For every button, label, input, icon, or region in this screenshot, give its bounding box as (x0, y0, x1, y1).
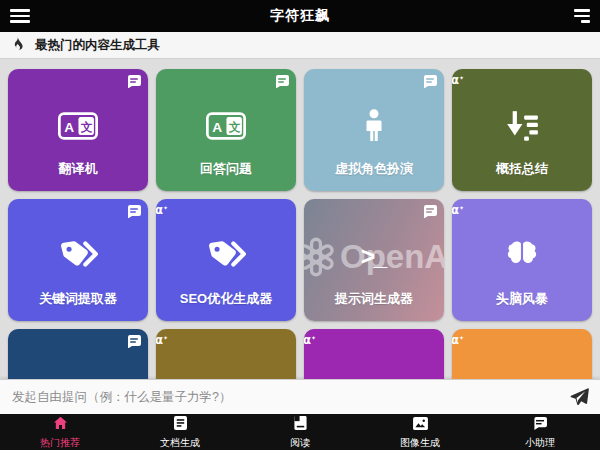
flame-icon (10, 36, 25, 55)
tool-card-label: 概括总结 (452, 160, 592, 178)
svg-text:文: 文 (229, 120, 241, 134)
tab-label: 文档生成 (160, 436, 200, 450)
person-icon (304, 103, 444, 149)
tab-label: 热门推荐 (40, 436, 80, 450)
tool-card-label: 头脑风暴 (452, 290, 592, 308)
tool-card-answer-questions[interactable]: A文 回答问题 (156, 69, 296, 191)
hamburger-menu-icon[interactable] (10, 9, 30, 23)
tool-card-label: 翻译机 (8, 160, 148, 178)
book-icon (294, 416, 307, 434)
app-window: 字符狂飙 最热门的内容生成工具 A文 翻译机 (0, 0, 600, 450)
tool-card-label: 关键词提取器 (8, 290, 148, 308)
tab-reading[interactable]: 阅读 (240, 414, 360, 450)
tab-label: 小助理 (525, 436, 555, 450)
tool-card-partial[interactable]: α✦ (156, 329, 296, 379)
tags-icon (156, 233, 296, 279)
svg-text:A: A (64, 120, 74, 135)
alpha-badge-icon: α✦ (156, 205, 163, 218)
tool-card-translator[interactable]: A文 翻译机 (8, 69, 148, 191)
tool-card-partial[interactable] (8, 329, 148, 379)
translate-icon: A文 (156, 103, 296, 149)
tool-card-prompt-generator[interactable]: OpenAI >_ 提示词生成器 (304, 199, 444, 321)
tools-grid-area: A文 翻译机 A文 回答问题 (0, 59, 600, 379)
summarize-icon (452, 103, 592, 149)
section-title: 最热门的内容生成工具 (35, 37, 160, 54)
tools-grid: A文 翻译机 A文 回答问题 (8, 69, 592, 379)
tool-card-summarize[interactable]: α✦ 概括总结 (452, 69, 592, 191)
tool-card-keyword-extractor[interactable]: 关键词提取器 (8, 199, 148, 321)
options-menu-icon[interactable] (570, 9, 590, 23)
document-icon (174, 416, 187, 434)
tool-card-label: 回答问题 (156, 160, 296, 178)
tool-card-seo-generator[interactable]: α✦ SEO优化生成器 (156, 199, 296, 321)
brain-icon (452, 233, 592, 279)
tab-document-generation[interactable]: 文档生成 (120, 414, 240, 450)
translate-icon: A文 (8, 103, 148, 149)
tool-card-brainstorm[interactable]: α✦ 头脑风暴 (452, 199, 592, 321)
alpha-badge-icon: α✦ (452, 75, 459, 88)
chat-badge-icon (275, 75, 289, 88)
svg-text:A: A (212, 120, 222, 135)
alpha-badge-icon: α✦ (304, 335, 311, 348)
alpha-badge-icon: α✦ (452, 335, 459, 348)
image-icon (413, 416, 428, 434)
tool-card-partial[interactable]: α✦ (452, 329, 592, 379)
send-icon[interactable] (568, 386, 590, 408)
alpha-badge-icon: α✦ (156, 335, 163, 348)
terminal-icon: >_ (304, 233, 444, 279)
tab-label: 阅读 (290, 436, 310, 450)
chat-badge-icon (423, 75, 437, 88)
tab-label: 图像生成 (400, 436, 440, 450)
tab-assistant[interactable]: 小助理 (480, 414, 600, 450)
section-header: 最热门的内容生成工具 (0, 32, 600, 59)
tab-hot-recommendations[interactable]: 热门推荐 (0, 414, 120, 450)
question-input-bar (0, 379, 600, 414)
page-title: 字符狂飙 (270, 7, 330, 25)
alpha-badge-icon: α✦ (452, 205, 459, 218)
tool-card-roleplay[interactable]: 虚拟角色扮演 (304, 69, 444, 191)
chat-badge-icon (127, 205, 141, 218)
tab-image-generation[interactable]: 图像生成 (360, 414, 480, 450)
tool-card-label: 提示词生成器 (304, 290, 444, 308)
tool-card-label: SEO优化生成器 (156, 290, 296, 308)
assistant-chat-icon (533, 416, 547, 434)
chat-badge-icon (423, 205, 437, 218)
home-icon (53, 416, 68, 434)
chat-badge-icon (127, 335, 141, 348)
tags-icon (8, 233, 148, 279)
header: 字符狂飙 (0, 0, 600, 32)
tool-card-partial[interactable]: α✦ (304, 329, 444, 379)
svg-text:文: 文 (81, 120, 93, 134)
tool-card-label: 虚拟角色扮演 (304, 160, 444, 178)
question-input[interactable] (10, 389, 560, 405)
chat-badge-icon (127, 75, 141, 88)
bottom-navigation: 热门推荐 文档生成 阅读 图像生成 小助理 (0, 414, 600, 450)
